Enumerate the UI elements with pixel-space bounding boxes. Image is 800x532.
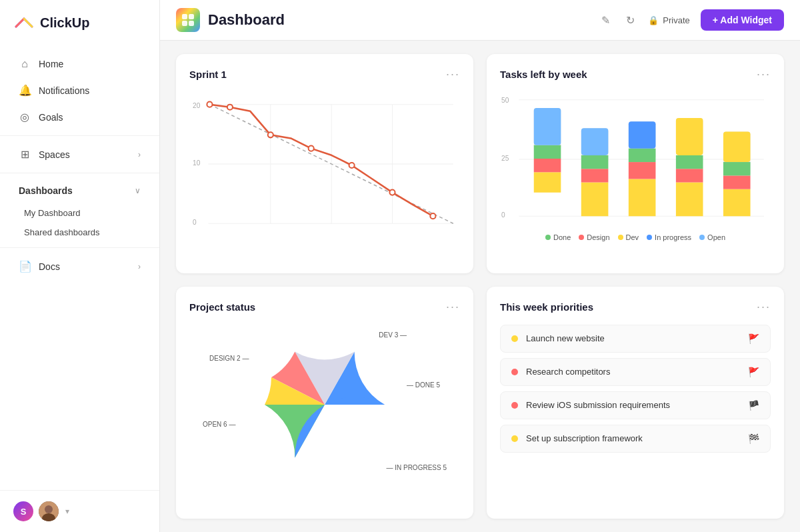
svg-rect-42 <box>629 162 656 179</box>
sidebar-item-label: Goals <box>39 112 63 123</box>
svg-rect-37 <box>581 169 609 182</box>
priority-flag-3: 🏴 <box>748 400 759 411</box>
sprint-chart: 20 10 0 <box>189 92 460 239</box>
user-avatar-s[interactable]: S <box>13 501 33 521</box>
sprint-menu-button[interactable]: ··· <box>446 67 460 81</box>
dashboard-grid: Sprint 1 ··· 20 10 0 <box>160 41 800 532</box>
edit-button[interactable]: ✎ <box>599 11 613 29</box>
priority-item-1[interactable]: Launch new website 🚩 <box>500 325 771 353</box>
sidebar-item-goals[interactable]: ◎ Goals <box>5 104 154 130</box>
svg-rect-52 <box>723 175 751 189</box>
pie-label-open: OPEN 6 — <box>203 421 235 428</box>
priority-dot-4 <box>511 435 518 442</box>
legend-design: Design <box>579 233 609 241</box>
legend-dot-design <box>579 235 584 240</box>
svg-rect-6 <box>189 21 194 26</box>
tasks-widget-header: Tasks left by week ··· <box>500 67 771 81</box>
svg-rect-5 <box>182 21 187 26</box>
sidebar-item-dashboards[interactable]: Dashboards ∨ <box>5 179 154 203</box>
topbar: Dashboard ✎ ↻ 🔒 Private + Add Widget <box>160 0 800 41</box>
pie-label-inprogress: — IN PROGRESS 5 <box>386 464 447 471</box>
svg-rect-34 <box>534 108 561 145</box>
svg-point-19 <box>268 132 273 137</box>
priority-text-4: Set up subscription framework <box>526 433 740 443</box>
svg-point-21 <box>349 163 355 168</box>
add-widget-button[interactable]: + Add Widget <box>701 9 784 31</box>
legend-dot-done <box>545 235 551 240</box>
svg-rect-49 <box>676 118 703 155</box>
legend-in-progress: In progress <box>647 233 691 241</box>
svg-rect-47 <box>676 169 703 182</box>
priority-item-4[interactable]: Set up subscription framework 🏁 <box>500 425 771 453</box>
svg-rect-38 <box>581 155 609 169</box>
sprint-widget: Sprint 1 ··· 20 10 0 <box>176 54 473 273</box>
user-menu-chevron[interactable]: ▾ <box>65 507 69 516</box>
legend-dot-inprogress <box>647 235 652 240</box>
svg-rect-3 <box>182 14 187 19</box>
sidebar-footer: S ▾ <box>0 490 159 532</box>
project-status-menu[interactable]: ··· <box>446 300 460 314</box>
pie-label-design: DESIGN 2 — <box>209 355 249 362</box>
private-button[interactable]: 🔒 Private <box>648 15 689 25</box>
svg-rect-39 <box>581 128 609 155</box>
goals-icon: ◎ <box>19 111 31 123</box>
sidebar-item-spaces[interactable]: ⊞ Spaces › <box>5 141 154 167</box>
sidebar-navigation: ⌂ Home 🔔 Notifications ◎ Goals ⊞ Spaces … <box>0 45 159 490</box>
svg-text:0: 0 <box>501 211 505 219</box>
bar-chart: 50 25 0 <box>500 92 771 239</box>
clickup-logo-icon <box>13 12 35 33</box>
sidebar-spaces-label: Spaces <box>39 149 70 160</box>
refresh-button[interactable]: ↻ <box>623 11 637 29</box>
priority-item-3[interactable]: Review iOS submission requirements 🏴 <box>500 391 771 419</box>
priority-dot-3 <box>511 402 518 409</box>
chevron-right-icon: › <box>138 262 141 271</box>
svg-text:0: 0 <box>193 219 197 226</box>
sidebar-item-notifications[interactable]: 🔔 Notifications <box>5 77 154 103</box>
grid-icon <box>181 13 195 27</box>
svg-text:20: 20 <box>193 102 201 109</box>
svg-rect-53 <box>723 162 751 175</box>
docs-icon: 📄 <box>19 260 31 273</box>
divider <box>0 135 159 136</box>
sidebar-item-docs[interactable]: 📄 Docs › <box>5 253 154 279</box>
svg-rect-46 <box>676 183 703 217</box>
svg-rect-41 <box>629 179 656 216</box>
sprint-widget-title: Sprint 1 <box>189 69 227 80</box>
project-status-widget: Project status ··· DEV 3 — DESIGN 2 — — … <box>176 287 473 519</box>
priority-flag-2: 🚩 <box>748 367 759 377</box>
svg-point-18 <box>227 105 233 110</box>
svg-rect-4 <box>189 14 194 19</box>
priority-text-1: Launch new website <box>526 333 740 343</box>
svg-text:10: 10 <box>193 159 201 167</box>
bell-icon: 🔔 <box>19 84 31 97</box>
priority-text-3: Review iOS submission requirements <box>526 400 740 410</box>
sidebar-docs-label: Docs <box>39 261 60 272</box>
svg-rect-51 <box>723 189 751 217</box>
bar-chart-svg: 50 25 0 <box>500 92 771 225</box>
priority-list: Launch new website 🚩 Research competitor… <box>500 325 771 453</box>
logo[interactable]: ClickUp <box>0 0 159 45</box>
legend-done: Done <box>545 233 571 241</box>
sidebar-item-shared-dashboards[interactable]: Shared dashboards <box>0 223 159 242</box>
priority-dot-1 <box>511 335 518 342</box>
priority-text-2: Research competitors <box>526 367 740 377</box>
sidebar-item-home[interactable]: ⌂ Home <box>5 51 154 77</box>
svg-rect-32 <box>534 159 561 172</box>
chart-legend: Done Design Dev In progress <box>500 233 771 241</box>
svg-point-22 <box>389 190 395 195</box>
priority-item-2[interactable]: Research competitors 🚩 <box>500 358 771 386</box>
pie-label-done: — DONE 5 <box>407 381 440 389</box>
priorities-header: This week priorities ··· <box>500 300 771 314</box>
priorities-widget: This week priorities ··· Launch new webs… <box>487 287 784 519</box>
svg-point-23 <box>430 213 435 219</box>
svg-rect-31 <box>534 172 561 192</box>
user-avatar-photo[interactable] <box>39 501 59 521</box>
sidebar-item-my-dashboard[interactable]: My Dashboard <box>0 203 159 223</box>
logo-text: ClickUp <box>40 15 89 31</box>
sprint-chart-svg: 20 10 0 <box>189 92 460 239</box>
page-title: Dashboard <box>208 11 591 29</box>
legend-dev: Dev <box>618 233 639 241</box>
svg-text:25: 25 <box>501 155 509 162</box>
tasks-menu-button[interactable]: ··· <box>757 67 771 81</box>
priorities-menu[interactable]: ··· <box>757 300 771 314</box>
